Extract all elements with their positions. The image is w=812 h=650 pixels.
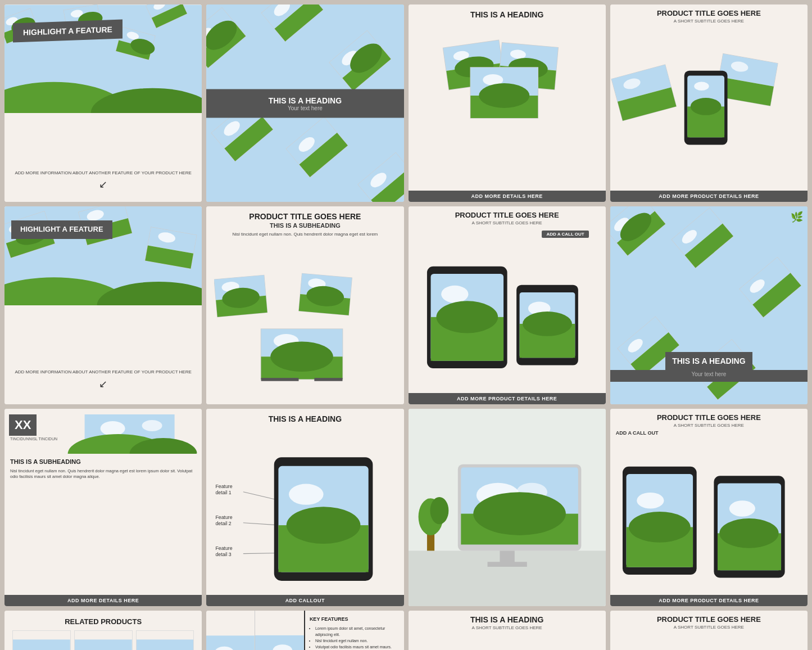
- card13-img3: [137, 631, 194, 650]
- card16-svg: [610, 632, 808, 650]
- card16-title: PRODUCT TITLE GOES HERE: [610, 611, 808, 625]
- card6-subheading: THIS IS A SUBHEADING: [214, 222, 396, 229]
- card8-heading: THIS IS A HEADING: [665, 352, 752, 370]
- card2-heading: THIS IS A HEADING: [206, 96, 403, 105]
- svg-point-76: [690, 98, 721, 115]
- card-product-two-tablets: PRODUCT TITLE GOES HERE A SHORT SUBTITLE…: [610, 409, 808, 606]
- card4-title: PRODUCT TITLE GOES HERE: [610, 4, 808, 19]
- svg-text:detail 2: detail 2: [216, 521, 232, 526]
- card15-heading: THIS IS A HEADING: [409, 611, 606, 625]
- svg-text:Feature: Feature: [216, 514, 233, 520]
- svg-rect-188: [75, 639, 132, 650]
- card-grid: HIGHLIGHT A FEATURE ADD MORE INFORMATION…: [0, 0, 812, 650]
- svg-point-143: [101, 421, 125, 436]
- svg-rect-109: [315, 378, 343, 382]
- card8-subheading: Your text here: [610, 370, 808, 382]
- card-xx-subheading: XX TINCIDUNNISL TINCIDUN T: [4, 409, 202, 606]
- card10-footer: ADD CALLOUT: [206, 595, 403, 606]
- card9-landscape-svg: [62, 414, 197, 454]
- svg-point-107: [271, 342, 333, 372]
- card7-footer: ADD MORE PRODUCT DETAILS HERE: [409, 393, 606, 404]
- card2-subheading: Your text here: [206, 105, 403, 111]
- card3-heading: THIS IS A HEADING: [470, 4, 543, 22]
- card5-body: ADD MORE INFORMATION ABOUT ANOTHER FEATU…: [11, 369, 195, 375]
- card-monitor-scene: [409, 409, 606, 606]
- card10-svg: Feature detail 1 Feature detail 2 Featur…: [206, 426, 403, 606]
- card-heading-gallery: THIS IS A HEADING A SHORT SUBTITLE GOES …: [409, 611, 606, 650]
- svg-point-181: [729, 500, 755, 517]
- card-product-laptop-canva: PRODUCT TITLE GOES HERE A SHORT SUBTITLE…: [610, 611, 808, 650]
- card14-img1: [206, 611, 255, 650]
- svg-rect-173: [487, 562, 527, 567]
- card12-subtitle: A SHORT SUBTITLE GOES HERE: [610, 423, 808, 429]
- card7-title: PRODUCT TITLE GOES HERE: [409, 206, 606, 220]
- card-scattered-heading-1: THIS IS A HEADING Your text here: [206, 4, 403, 202]
- card-product-stacked: PRODUCT TITLE GOES HERE THIS IS A SUBHEA…: [206, 206, 403, 404]
- svg-point-119: [523, 312, 572, 336]
- card15-img3: [539, 634, 602, 650]
- svg-text:detail 3: detail 3: [216, 551, 232, 557]
- svg-rect-172: [500, 550, 514, 563]
- svg-point-63: [479, 83, 529, 108]
- svg-point-114: [436, 301, 498, 333]
- card12-title: PRODUCT TITLE GOES HERE: [610, 409, 808, 423]
- card13-img2: [75, 631, 132, 650]
- card14-title: KEY FEATURES: [310, 616, 400, 622]
- card-product-phone: PRODUCT TITLE GOES HERE A SHORT SUBTITLE…: [610, 4, 808, 202]
- highlight-banner-1: HIGHLIGHT A FEATURE: [13, 20, 123, 43]
- card15-img2: [475, 634, 538, 650]
- svg-point-183: [719, 518, 778, 548]
- svg-point-160: [287, 507, 361, 544]
- card-related-products: RELATED PRODUCTS: [4, 611, 202, 650]
- card12-footer: ADD MORE PRODUCT DETAILS HERE: [610, 595, 808, 606]
- card12-svg: [610, 438, 808, 606]
- svg-point-165: [430, 496, 448, 523]
- card4-subtitle: A SHORT SUBTITLE GOES HERE: [610, 19, 808, 26]
- svg-point-171: [473, 492, 566, 535]
- card15-subtitle: A SHORT SUBTITLE GOES HERE: [409, 625, 606, 634]
- card-highlight-feature-1: HIGHLIGHT A FEATURE ADD MORE INFORMATION…: [4, 4, 202, 202]
- card12-callout: ADD A CALL OUT: [610, 429, 808, 438]
- card3-stacked-svg: [423, 22, 591, 135]
- card6-title: PRODUCT TITLE GOES HERE: [214, 212, 396, 221]
- svg-point-158: [289, 484, 323, 504]
- card14-img2: [255, 611, 304, 650]
- card9-xx: XX: [9, 414, 37, 436]
- card9-heading: THIS IS A SUBHEADING: [4, 456, 202, 467]
- card7-svg: [409, 240, 606, 404]
- card9-body: Nisl tincidunt eget nullam non. Quis hen…: [4, 467, 202, 606]
- card5-banner: HIGHLIGHT A FEATURE: [11, 220, 112, 239]
- card9-footer: ADD MORE DETAILS HERE: [4, 595, 202, 606]
- card14-features-list: Lorem ipsum dolor sit amet, consectetur …: [310, 625, 400, 650]
- card5-arrow: ↙: [11, 378, 195, 390]
- card1-arrow: ↙: [10, 178, 196, 191]
- svg-point-176: [637, 492, 664, 508]
- card6-body: Nisl tincidunt eget nullam non. Quis hen…: [214, 231, 396, 237]
- card8-leaf-icon: 🌿: [791, 211, 803, 223]
- card-scattered-heading-2: THIS IS A HEADING Your text here 🌿: [610, 206, 808, 404]
- svg-text:detail 1: detail 1: [216, 490, 232, 495]
- card15-img1: [412, 634, 475, 650]
- card13-heading: RELATED PRODUCTS: [12, 617, 194, 626]
- card10-heading: THIS IS A HEADING: [206, 409, 403, 426]
- card7-callout: ADD A CALL OUT: [542, 231, 588, 238]
- card11-svg: [409, 409, 606, 606]
- svg-rect-192: [137, 639, 194, 650]
- svg-rect-108: [261, 378, 299, 382]
- card-product-devices: PRODUCT TITLE GOES HERE A SHORT SUBTITLE…: [409, 206, 606, 404]
- card-key-features: KEY FEATURES Lorem ipsum dolor sit amet,…: [206, 611, 403, 650]
- svg-text:Feature: Feature: [216, 484, 233, 489]
- card-feature-detail-tablet: THIS IS A HEADING Feature detail 1 Featu…: [206, 409, 403, 606]
- svg-point-112: [441, 286, 468, 303]
- main-container: HIGHLIGHT A FEATURE ADD MORE INFORMATION…: [0, 0, 812, 650]
- card13-img1: [13, 631, 70, 650]
- card4-svg: [610, 26, 808, 202]
- card7-subtitle: A SHORT SUBTITLE GOES HERE: [409, 220, 606, 228]
- card16-subtitle: A SHORT SUBTITLE GOES HERE: [610, 625, 808, 632]
- card-heading-details: THIS IS A HEADING: [409, 4, 606, 202]
- card4-footer: ADD MORE PRODUCT DETAILS HERE: [610, 191, 808, 202]
- svg-text:Feature: Feature: [216, 545, 233, 550]
- svg-rect-184: [13, 639, 70, 650]
- svg-point-144: [142, 420, 162, 431]
- card1-body: ADD MORE INFORMATION ABOUT ANOTHER FEATU…: [10, 170, 196, 176]
